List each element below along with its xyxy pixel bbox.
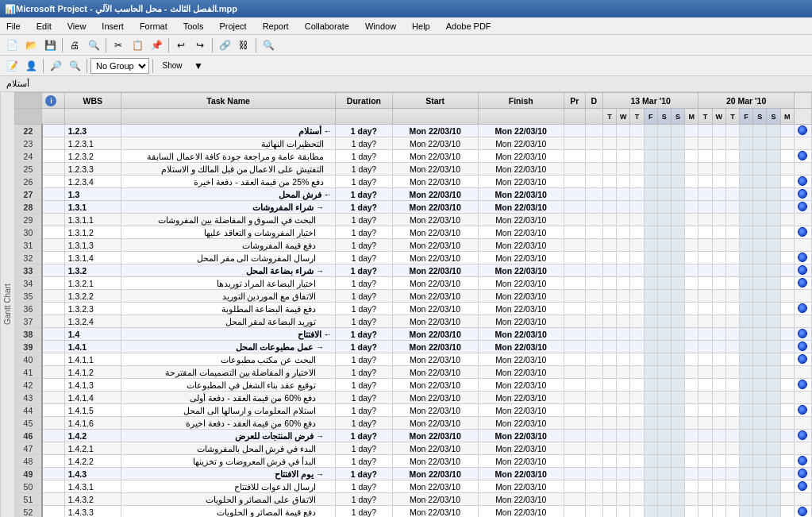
row-task-name[interactable]: دفع قيمة البضاعة المطلوبة — [121, 303, 335, 315]
gantt-cell — [725, 430, 739, 442]
row-start: Mon 22/03/10 — [392, 506, 478, 518]
row-task-name[interactable]: توقيع عقد بناء الشغل في المطبوعات — [121, 379, 335, 392]
zoom-in-btn[interactable]: 🔎 — [47, 57, 64, 75]
link-btn[interactable]: 🔗 — [216, 37, 233, 54]
gantt-cell — [767, 480, 780, 493]
gantt-cell — [630, 442, 644, 455]
main-area: Gantt Chart i WBS Task Name Duration Sta… — [0, 92, 812, 517]
group-select[interactable]: No Group — [90, 58, 149, 74]
copy-btn[interactable]: 📋 — [129, 37, 146, 54]
row-task-name[interactable]: ← أستلام — [121, 125, 335, 137]
save-btn[interactable]: 💾 — [41, 37, 59, 54]
row-duration: 1 day? — [336, 442, 392, 455]
row-task-name[interactable]: → شراء بضاعة المحل — [121, 264, 335, 277]
menu-item-format[interactable]: Format — [137, 20, 171, 33]
gantt-cell — [657, 430, 671, 442]
gantt-cell — [767, 417, 780, 430]
row-wbs: 1.4.3.2 — [64, 493, 121, 506]
menu-item-tools[interactable]: Tools — [180, 20, 207, 33]
row-task-name[interactable]: → فرض المنتجات للعرض — [121, 430, 335, 442]
preview-btn[interactable]: 🔍 — [85, 37, 102, 54]
row-task-name[interactable]: دفع %60 من قيمة العقد - دفعة أولى — [121, 392, 335, 404]
row-task-name[interactable]: البدء في فرش المحل بالمفروشات — [121, 442, 335, 455]
row-task-name[interactable]: دفع %60 من قيمة العقد - دفعة اخيرة — [121, 417, 335, 430]
gantt-cell — [671, 137, 684, 150]
row-task-name[interactable]: التحظيرات النهائية — [121, 137, 335, 150]
menu-item-window[interactable]: Window — [362, 20, 399, 33]
undo-btn[interactable]: ↩ — [172, 37, 190, 54]
info-icon[interactable]: i — [45, 95, 56, 106]
print-btn[interactable]: 🖨 — [66, 37, 83, 54]
row-task-name[interactable]: اختيار البضاعة المراد توريدها — [121, 277, 335, 290]
row-task-name[interactable]: البحث في السوق و المفاضلة بين المفروشات — [121, 214, 335, 226]
menu-item-project[interactable]: Project — [216, 20, 249, 33]
row-task-name[interactable]: دفع %25 من قيمة العقد - دفعة اخيرة — [121, 176, 335, 188]
row-d — [585, 430, 602, 442]
row-task-name[interactable]: ← فرش المحل — [121, 188, 335, 201]
gantt-cell — [630, 125, 644, 137]
redo-btn[interactable]: ↪ — [191, 37, 209, 54]
gantt-row-icon — [794, 366, 811, 379]
gantt-cell — [630, 252, 644, 264]
task-indicator — [798, 151, 807, 160]
cut-btn[interactable]: ✂ — [110, 37, 127, 54]
table-scroll[interactable]: i WBS Task Name Duration Start Finish Pr… — [14, 92, 812, 517]
row-task-name[interactable]: ارسال المفروشات الى مقر المحل — [121, 252, 335, 264]
row-task-name[interactable]: الاختيار و المفاضلة بين التصميمات المقتر… — [121, 366, 335, 379]
gantt-cell — [671, 290, 684, 303]
gantt-cell — [685, 468, 698, 480]
row-pr — [564, 264, 585, 277]
search-btn[interactable]: 🔍 — [260, 37, 277, 54]
row-task-name[interactable]: التفتيش على الاعمال من قبل المالك و الاس… — [121, 163, 335, 176]
unlink-btn[interactable]: ⛓ — [235, 37, 252, 54]
row-task-name[interactable]: → يوم الافتتاح — [121, 468, 335, 480]
row-task-name[interactable]: → شراء المفروشات — [121, 201, 335, 214]
row-task-name[interactable]: الاتفاق مع الموردين التوريد — [121, 290, 335, 303]
task-indicator — [798, 265, 807, 275]
row-task-name[interactable]: توريد البضاعة لمقر المحل — [121, 315, 335, 328]
menu-item-report[interactable]: Report — [260, 20, 292, 33]
show-btn[interactable]: Show — [156, 57, 188, 75]
row-task-name[interactable]: استلام المعلومات و ارسالها الى المحل — [121, 404, 335, 417]
task-btn[interactable]: 📝 — [3, 57, 21, 75]
gantt-cell — [671, 125, 684, 137]
menu-item-edit[interactable]: Edit — [33, 20, 55, 33]
row-task-name[interactable]: البدأ في فرش المعروضات و تخزينها — [121, 455, 335, 468]
row-task-name[interactable]: دفع قيمة المصائر و الحلويات — [121, 506, 335, 518]
row-task-name[interactable]: مطابقة عامة و مراجعة جودة كافة الاعمال ا… — [121, 150, 335, 163]
row-duration: 1 day? — [336, 150, 392, 163]
gantt-cell — [712, 150, 725, 163]
row-task-name[interactable]: الاتفاق على المصائر و الحلويات — [121, 493, 335, 506]
menu-item-file[interactable]: File — [3, 20, 24, 33]
menu-item-adobe pdf[interactable]: Adobe PDF — [443, 20, 495, 33]
resource-btn[interactable]: 👤 — [22, 57, 40, 75]
gantt-cell — [685, 315, 698, 328]
gantt-cell — [780, 150, 794, 163]
col-wbs: WBS — [64, 93, 121, 109]
menu-item-insert[interactable]: Insert — [98, 20, 127, 33]
paste-btn[interactable]: 📌 — [148, 37, 165, 54]
menu-item-help[interactable]: Help — [409, 20, 433, 33]
row-task-name[interactable]: دفع قيمة المفروشات — [121, 239, 335, 252]
menu-item-collaborate[interactable]: Collaborate — [302, 20, 352, 33]
row-task-name[interactable]: ارسال الدعوات للافتتاح — [121, 480, 335, 493]
new-btn[interactable]: 📄 — [3, 37, 21, 54]
row-task-name[interactable]: → عمل مطبوعات المحل — [121, 341, 335, 353]
menu-item-view[interactable]: View — [64, 20, 90, 33]
gantt-cell — [617, 392, 630, 404]
zoom-out-btn[interactable]: 🔍 — [66, 57, 83, 75]
gantt-cell — [767, 239, 780, 252]
row-task-name[interactable]: اختيار المفروشات و التعاقد عليها — [121, 226, 335, 239]
row-start: Mon 22/03/10 — [392, 468, 478, 480]
app-icon: 📊 — [5, 4, 16, 14]
row-task-name[interactable]: ← الافتتاح — [121, 328, 335, 341]
filter-btn[interactable]: ▼ — [190, 57, 207, 75]
row-task-name[interactable]: البحث عن مكتب مطبوعات — [121, 353, 335, 366]
open-btn[interactable]: 📂 — [22, 37, 40, 54]
gantt-cell — [753, 341, 767, 353]
row-number: 26 — [15, 176, 42, 188]
gantt-cell — [698, 125, 712, 137]
gantt-cell — [630, 379, 644, 392]
gantt-cell — [698, 264, 712, 277]
subrow-dur — [336, 109, 392, 125]
